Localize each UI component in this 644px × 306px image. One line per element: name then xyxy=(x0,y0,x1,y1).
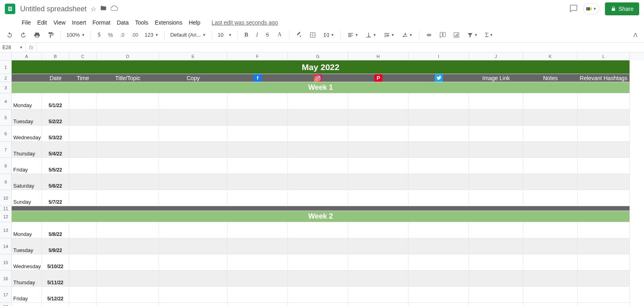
cell[interactable]: Time xyxy=(69,74,97,82)
menu-view[interactable]: View xyxy=(51,19,68,27)
cell[interactable] xyxy=(42,303,69,306)
cell[interactable] xyxy=(159,126,227,142)
horizontal-align-icon[interactable]: ▼ xyxy=(345,30,361,40)
row-header[interactable]: 3 xyxy=(0,82,12,93)
row-header[interactable]: 16 xyxy=(0,271,12,287)
cell[interactable] xyxy=(97,126,159,142)
cell[interactable] xyxy=(523,174,578,190)
cell[interactable] xyxy=(159,254,227,271)
row-header[interactable]: 7 xyxy=(0,142,12,158)
cell[interactable] xyxy=(159,93,227,110)
cell[interactable] xyxy=(578,110,630,126)
week1-header[interactable]: Week 1 xyxy=(12,82,630,93)
cell[interactable] xyxy=(12,74,42,82)
cell[interactable] xyxy=(227,190,288,206)
cell[interactable]: Notes xyxy=(523,74,578,82)
row-header[interactable]: 17 xyxy=(0,287,12,303)
cell[interactable] xyxy=(578,142,630,158)
cell[interactable] xyxy=(69,190,97,206)
cell[interactable] xyxy=(69,222,97,238)
cell[interactable] xyxy=(69,287,97,303)
cell[interactable] xyxy=(97,158,159,174)
filter-icon[interactable]: ▼ xyxy=(464,30,480,40)
cell[interactable] xyxy=(523,254,578,271)
cell[interactable] xyxy=(288,142,348,158)
cell[interactable] xyxy=(69,303,97,306)
cell[interactable] xyxy=(159,222,227,238)
cell[interactable]: Monday xyxy=(12,222,42,238)
cell[interactable] xyxy=(469,222,523,238)
cell[interactable] xyxy=(348,238,409,254)
cell[interactable] xyxy=(288,222,348,238)
cell[interactable]: 5/4/22 xyxy=(42,142,69,158)
row-header[interactable]: 10 xyxy=(0,190,12,206)
column-header-G[interactable]: G xyxy=(288,52,348,60)
collapse-toolbar-icon[interactable]: ᐱ xyxy=(631,30,640,40)
cell[interactable] xyxy=(409,110,469,126)
row-header[interactable]: 4 xyxy=(0,93,12,110)
percent-icon[interactable]: % xyxy=(105,30,115,40)
cell[interactable]: Tuesday xyxy=(12,238,42,254)
cell[interactable] xyxy=(227,271,288,287)
cell[interactable]: 5/5/22 xyxy=(42,158,69,174)
cell[interactable] xyxy=(409,271,469,287)
cell[interactable] xyxy=(409,158,469,174)
cell[interactable]: 5/3/22 xyxy=(42,126,69,142)
column-header-H[interactable]: H xyxy=(348,52,409,60)
cloud-status-icon[interactable] xyxy=(111,4,118,13)
star-icon[interactable]: ☆ xyxy=(91,5,96,13)
comments-icon[interactable] xyxy=(570,4,578,14)
cell[interactable]: 5/12/22 xyxy=(42,287,69,303)
cell[interactable] xyxy=(469,174,523,190)
cell[interactable]: Relevant Hashtags xyxy=(578,74,630,82)
cell[interactable]: Wednesday xyxy=(12,126,42,142)
italic-icon[interactable]: I xyxy=(253,30,261,40)
cell[interactable] xyxy=(288,93,348,110)
column-header-A[interactable]: A xyxy=(12,52,42,60)
cell[interactable] xyxy=(69,110,97,126)
cell[interactable] xyxy=(348,158,409,174)
cell[interactable]: Copy xyxy=(159,74,227,82)
increase-decimal-icon[interactable]: .00 xyxy=(129,30,141,40)
cell[interactable] xyxy=(69,126,97,142)
menu-file[interactable]: File xyxy=(19,19,33,27)
name-box[interactable]: E28▼ xyxy=(0,43,26,52)
cell[interactable] xyxy=(578,126,630,142)
cell[interactable] xyxy=(97,238,159,254)
fill-color-icon[interactable] xyxy=(293,30,305,40)
menu-data[interactable]: Data xyxy=(114,19,131,27)
decrease-decimal-icon[interactable]: .0 xyxy=(118,30,127,40)
cell[interactable] xyxy=(409,93,469,110)
cell[interactable] xyxy=(227,110,288,126)
insert-link-icon[interactable] xyxy=(423,30,435,40)
cell[interactable] xyxy=(578,190,630,206)
cell[interactable] xyxy=(69,142,97,158)
cell[interactable]: Tuesday xyxy=(12,110,42,126)
week2-header[interactable]: Week 2 xyxy=(12,211,630,222)
cell[interactable] xyxy=(97,190,159,206)
cell[interactable]: 5/2/22 xyxy=(42,110,69,126)
text-wrap-icon[interactable]: ▼ xyxy=(381,30,397,40)
cell[interactable] xyxy=(409,142,469,158)
cell[interactable]: Title/Topic xyxy=(97,74,159,82)
cell[interactable] xyxy=(578,271,630,287)
zoom-select[interactable]: 100%▼ xyxy=(65,31,87,39)
cell[interactable] xyxy=(409,74,469,82)
cell[interactable] xyxy=(97,271,159,287)
column-header-K[interactable]: K xyxy=(523,52,578,60)
undo-icon[interactable] xyxy=(4,30,15,40)
cell[interactable] xyxy=(288,158,348,174)
cell[interactable] xyxy=(523,93,578,110)
cell[interactable] xyxy=(348,222,409,238)
column-header-J[interactable]: J xyxy=(469,52,523,60)
cell[interactable] xyxy=(523,303,578,306)
cell[interactable]: Sunday xyxy=(12,190,42,206)
cell[interactable] xyxy=(227,254,288,271)
cell[interactable] xyxy=(97,303,159,306)
cell[interactable] xyxy=(288,190,348,206)
borders-icon[interactable] xyxy=(307,30,318,40)
insert-chart-icon[interactable] xyxy=(451,30,462,40)
cell[interactable] xyxy=(578,303,630,306)
cell[interactable] xyxy=(523,190,578,206)
cell[interactable] xyxy=(159,303,227,306)
